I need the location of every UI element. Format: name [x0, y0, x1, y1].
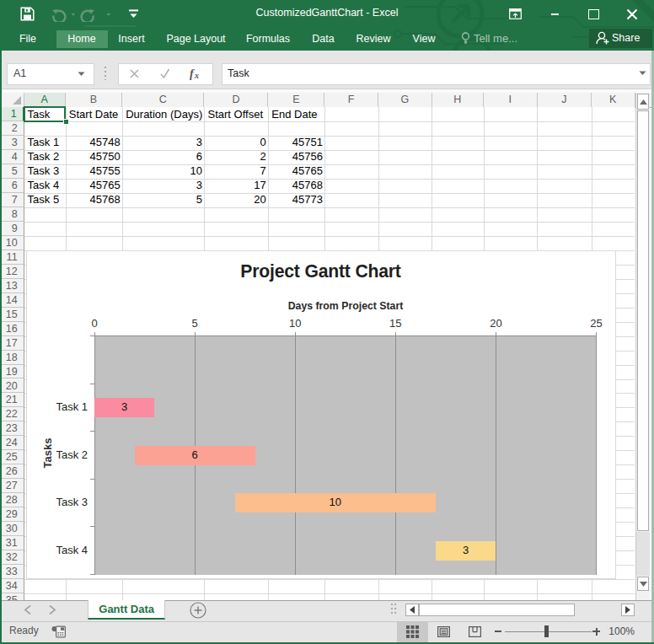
- svg-text:x: x: [194, 71, 199, 80]
